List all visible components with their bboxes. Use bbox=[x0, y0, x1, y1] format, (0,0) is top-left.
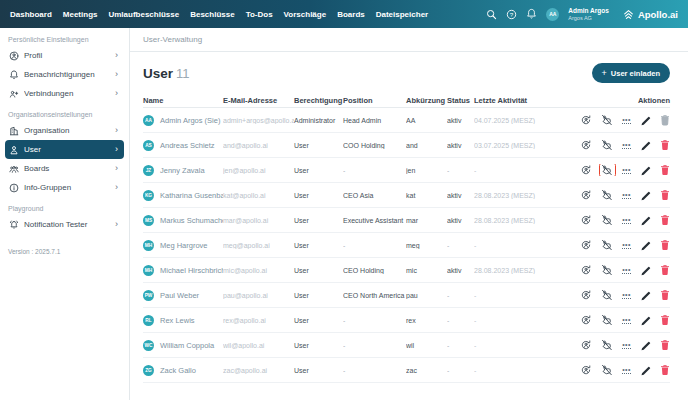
impersonate-user-button[interactable] bbox=[580, 164, 592, 176]
impersonate-user-button[interactable] bbox=[580, 364, 592, 376]
table-row: MS Markus Schumacher mar@apollo.ai User … bbox=[143, 208, 670, 233]
help-icon[interactable]: ? bbox=[506, 9, 517, 20]
more-options-button[interactable]: ••• bbox=[622, 342, 631, 349]
last-activity-cell: - bbox=[474, 342, 577, 349]
breadcrumb[interactable]: User-Verwaltung bbox=[143, 35, 202, 44]
user-name-link[interactable]: Admin Argos (Sie) bbox=[160, 116, 220, 125]
more-options-button[interactable]: ••• bbox=[622, 242, 631, 249]
sidebar-item-user[interactable]: User › bbox=[5, 140, 124, 159]
delete-user-button[interactable] bbox=[660, 264, 670, 276]
nav-item-todos[interactable]: To-Dos bbox=[246, 10, 273, 19]
more-dots-icon: ••• bbox=[622, 217, 631, 224]
notifications-bell-icon[interactable] bbox=[526, 8, 537, 20]
deactivate-user-button[interactable] bbox=[601, 289, 613, 301]
sidebar-item-label: Verbindungen bbox=[24, 89, 110, 98]
user-avatar[interactable]: AA bbox=[546, 8, 559, 21]
user-name-link[interactable]: Andreas Schietz bbox=[160, 141, 215, 150]
more-options-button[interactable]: ••• bbox=[622, 217, 631, 224]
sidebar-item-boards[interactable]: Boards › bbox=[5, 159, 124, 178]
delete-user-button[interactable] bbox=[660, 239, 670, 251]
deactivate-user-button[interactable] bbox=[601, 139, 613, 151]
user-name-link[interactable]: William Coppola bbox=[160, 341, 214, 350]
user-name-link[interactable]: Michael Hirschbrich bbox=[160, 266, 223, 275]
nav-item-umlaufbeschluesse[interactable]: Umlaufbeschlüsse bbox=[108, 10, 179, 19]
more-options-button[interactable]: ••• bbox=[622, 167, 631, 174]
delete-user-button[interactable] bbox=[660, 289, 670, 301]
last-activity-cell: - bbox=[474, 242, 577, 249]
delete-user-button[interactable] bbox=[660, 164, 670, 176]
impersonate-user-button[interactable] bbox=[580, 114, 592, 126]
impersonate-user-button[interactable] bbox=[580, 214, 592, 226]
sidebar-item-profil[interactable]: Profil › bbox=[5, 46, 124, 65]
delete-user-button[interactable] bbox=[660, 139, 670, 151]
user-name-link[interactable]: Katharina Gusenbauer bbox=[160, 191, 223, 200]
edit-user-button[interactable] bbox=[640, 265, 651, 276]
impersonate-user-button[interactable] bbox=[580, 314, 592, 326]
nav-item-dashboard[interactable]: Dashboard bbox=[10, 10, 52, 19]
more-options-button[interactable]: ••• bbox=[622, 292, 631, 299]
more-options-button[interactable]: ••• bbox=[622, 117, 631, 124]
invite-user-button[interactable]: + User einladen bbox=[592, 63, 670, 83]
impersonate-user-button[interactable] bbox=[580, 289, 592, 301]
pencil-icon bbox=[640, 190, 651, 201]
search-icon[interactable] bbox=[486, 9, 497, 20]
impersonate-user-button[interactable] bbox=[580, 189, 592, 201]
nav-item-boards[interactable]: Boards bbox=[337, 10, 365, 19]
user-name-link[interactable]: Markus Schumacher bbox=[160, 216, 223, 225]
impersonate-user-button[interactable] bbox=[580, 139, 592, 151]
nav-item-dateispeicher[interactable]: Dateispeicher bbox=[376, 10, 428, 19]
user-name-link[interactable]: Paul Weber bbox=[160, 291, 199, 300]
user-name-link[interactable]: Jenny Zavala bbox=[160, 166, 205, 175]
abbr-cell: jen bbox=[406, 167, 447, 174]
edit-user-button[interactable] bbox=[640, 240, 651, 251]
deactivate-user-button[interactable] bbox=[601, 339, 613, 351]
deactivate-user-button[interactable] bbox=[601, 364, 613, 376]
delete-user-button[interactable] bbox=[660, 364, 670, 376]
deactivate-user-button[interactable] bbox=[601, 164, 613, 176]
nav-item-meetings[interactable]: Meetings bbox=[63, 10, 98, 19]
deactivate-user-button[interactable] bbox=[601, 189, 613, 201]
edit-user-button[interactable] bbox=[640, 115, 651, 126]
edit-user-button[interactable] bbox=[640, 315, 651, 326]
main-nav: Dashboard Meetings Umlaufbeschlüsse Besc… bbox=[10, 10, 428, 19]
delete-user-button[interactable] bbox=[660, 114, 670, 126]
delete-user-button[interactable] bbox=[660, 339, 670, 351]
user-menu[interactable]: Admin Argos Argos AG bbox=[568, 7, 609, 21]
edit-user-button[interactable] bbox=[640, 340, 651, 351]
user-name-link[interactable]: Rex Lewis bbox=[160, 316, 195, 325]
more-options-button[interactable]: ••• bbox=[622, 317, 631, 324]
sidebar-item-organisation[interactable]: Organisation › bbox=[5, 121, 124, 140]
deactivate-user-button[interactable] bbox=[601, 264, 613, 276]
more-options-button[interactable]: ••• bbox=[622, 367, 631, 374]
table-row: MH Meg Hargrove meg@apollo.ai User - meg… bbox=[143, 233, 670, 258]
edit-user-button[interactable] bbox=[640, 140, 651, 151]
invite-user-label: User einladen bbox=[611, 69, 660, 78]
delete-user-button[interactable] bbox=[660, 189, 670, 201]
user-name-link[interactable]: Zack Gallo bbox=[160, 366, 196, 375]
nav-item-vorschlaege[interactable]: Vorschläge bbox=[284, 10, 327, 19]
more-options-button[interactable]: ••• bbox=[622, 267, 631, 274]
impersonate-user-button[interactable] bbox=[580, 264, 592, 276]
position-cell: COO Holding bbox=[343, 142, 406, 149]
deactivate-user-button[interactable] bbox=[601, 114, 613, 126]
user-name-link[interactable]: Meg Hargrove bbox=[160, 241, 208, 250]
edit-user-button[interactable] bbox=[640, 165, 651, 176]
impersonate-user-button[interactable] bbox=[580, 239, 592, 251]
sidebar-item-info-gruppen[interactable]: Info-Gruppen › bbox=[5, 178, 124, 197]
sidebar-item-notification-tester[interactable]: Notification Tester › bbox=[5, 215, 124, 234]
delete-user-button[interactable] bbox=[660, 314, 670, 326]
edit-user-button[interactable] bbox=[640, 290, 651, 301]
more-options-button[interactable]: ••• bbox=[622, 142, 631, 149]
edit-user-button[interactable] bbox=[640, 215, 651, 226]
deactivate-user-button[interactable] bbox=[601, 314, 613, 326]
sidebar-item-benachrichtigungen[interactable]: Benachrichtigungen › bbox=[5, 65, 124, 84]
deactivate-user-button[interactable] bbox=[601, 214, 613, 226]
edit-user-button[interactable] bbox=[640, 365, 651, 376]
nav-item-beschluesse[interactable]: Beschlüsse bbox=[190, 10, 234, 19]
sidebar-item-verbindungen[interactable]: Verbindungen › bbox=[5, 84, 124, 103]
more-options-button[interactable]: ••• bbox=[622, 192, 631, 199]
impersonate-user-button[interactable] bbox=[580, 339, 592, 351]
edit-user-button[interactable] bbox=[640, 190, 651, 201]
deactivate-user-button[interactable] bbox=[601, 239, 613, 251]
delete-user-button[interactable] bbox=[660, 214, 670, 226]
